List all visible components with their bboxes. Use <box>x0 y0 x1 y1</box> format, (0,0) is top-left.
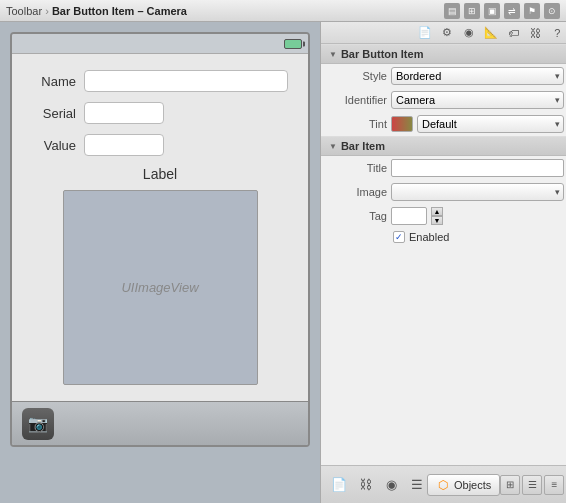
enabled-label: Enabled <box>409 231 449 243</box>
serial-input[interactable] <box>84 102 164 124</box>
style-select-wrap: Bordered <box>391 67 564 85</box>
main-area: Name Serial Value Label UIImageView <box>0 22 566 503</box>
view-toggle-list[interactable]: ☰ <box>522 475 542 495</box>
name-label: Name <box>32 74 76 89</box>
tag-stepper[interactable]: ▲ ▼ <box>431 207 443 225</box>
label-text: Label <box>32 166 288 182</box>
serial-row: Serial <box>32 102 288 124</box>
bar-item-section-header: ▼ Bar Item <box>321 136 566 156</box>
bar-item-title-row: Title <box>321 156 566 180</box>
toolbar-icons: ▤ ⊞ ▣ ⇌ ⚑ ⊙ <box>444 3 560 19</box>
simulator-panel: Name Serial Value Label UIImageView <box>0 22 320 503</box>
bar-item-tag-input[interactable]: 0 <box>391 207 427 225</box>
section-arrow-1: ▼ <box>329 50 337 59</box>
objects-button[interactable]: ⬡ Objects <box>427 474 500 496</box>
identifier-row: Identifier Camera <box>321 88 566 112</box>
insp-icon-question[interactable]: ? <box>548 25 566 41</box>
identifier-select-wrap: Camera <box>391 91 564 109</box>
name-row: Name <box>32 70 288 92</box>
bar-button-item-section-header: ▼ Bar Button Item <box>321 44 566 64</box>
bar-item-image-label: Image <box>329 186 387 198</box>
ios-device: Name Serial Value Label UIImageView <box>10 32 310 447</box>
bottom-icon-monitor[interactable]: ◉ <box>381 475 401 495</box>
toolbar-icon-5[interactable]: ⚑ <box>524 3 540 19</box>
bar-item-image-row: Image <box>321 180 566 204</box>
camera-icon: 📷 <box>28 414 48 433</box>
breadcrumb-bar-button-item[interactable]: Bar Button Item – Camera <box>52 5 187 17</box>
objects-label: Objects <box>454 479 491 491</box>
camera-button[interactable]: 📷 <box>22 408 54 440</box>
device-toolbar: 📷 <box>12 401 308 445</box>
tint-select[interactable]: Default <box>417 115 564 133</box>
style-row: Style Bordered <box>321 64 566 88</box>
identifier-select[interactable]: Camera <box>391 91 564 109</box>
view-toggle: ⊞ ☰ ≡ <box>500 475 564 495</box>
value-label: Value <box>32 138 76 153</box>
inspector-toolbar: 📄 ⚙ ◉ 📐 🏷 ⛓ ? <box>321 22 566 44</box>
bar-item-tag-row: Tag 0 ▲ ▼ <box>321 204 566 228</box>
bar-item-section-title: Bar Item <box>341 140 385 152</box>
view-toggle-grid[interactable]: ⊞ <box>500 475 520 495</box>
enabled-checkbox[interactable]: ✓ <box>393 231 405 243</box>
image-view-label: UIImageView <box>121 280 198 295</box>
inspector-panel: 📄 ⚙ ◉ 📐 🏷 ⛓ ? ▼ Bar Button Item Style Bo… <box>320 22 566 503</box>
tint-color-preview[interactable] <box>391 116 413 132</box>
stepper-up[interactable]: ▲ <box>431 207 443 216</box>
enabled-row: ✓ Enabled <box>321 228 566 246</box>
toolbar-icon-6[interactable]: ⊙ <box>544 3 560 19</box>
value-row: Value <box>32 134 288 156</box>
bar-item-title-input[interactable] <box>391 159 564 177</box>
value-input[interactable] <box>84 134 164 156</box>
tint-label: Tint <box>329 118 387 130</box>
toolbar-icon-2[interactable]: ⊞ <box>464 3 480 19</box>
bar-item-title-label: Title <box>329 162 387 174</box>
breadcrumb-toolbar[interactable]: Toolbar <box>6 5 42 17</box>
objects-btn-icon: ⬡ <box>436 478 450 492</box>
bar-item-tag-label: Tag <box>329 210 387 222</box>
bottom-icon-lines[interactable]: ☰ <box>407 475 427 495</box>
identifier-label: Identifier <box>329 94 387 106</box>
image-select[interactable] <box>391 183 564 201</box>
device-content: Name Serial Value Label UIImageView <box>12 54 308 401</box>
insp-icon-ruler[interactable]: 📐 <box>482 25 500 41</box>
style-select[interactable]: Bordered <box>391 67 564 85</box>
enabled-checkbox-item: ✓ Enabled <box>393 231 449 243</box>
bottom-icon-chain[interactable]: ⛓ <box>355 475 375 495</box>
section-arrow-2: ▼ <box>329 142 337 151</box>
insp-icon-color[interactable]: ◉ <box>460 25 478 41</box>
tint-select-wrap: Default <box>417 115 564 133</box>
bottom-icon-doc[interactable]: 📄 <box>329 475 349 495</box>
device-status-bar <box>12 34 308 54</box>
breadcrumb: Toolbar › Bar Button Item – Camera <box>6 5 187 17</box>
stepper-down[interactable]: ▼ <box>431 216 443 225</box>
view-toggle-lines[interactable]: ≡ <box>544 475 564 495</box>
toolbar-icon-3[interactable]: ▣ <box>484 3 500 19</box>
name-input[interactable] <box>84 70 288 92</box>
toolbar-icon-1[interactable]: ▤ <box>444 3 460 19</box>
bottom-left-icons: 📄 ⛓ ◉ ☰ <box>329 475 427 495</box>
inspector-bottom: 📄 ⛓ ◉ ☰ ⬡ Objects ⊞ ☰ ≡ <box>321 465 566 503</box>
style-label: Style <box>329 70 387 82</box>
toolbar-icon-4[interactable]: ⇌ <box>504 3 520 19</box>
insp-icon-chain[interactable]: ⛓ <box>526 25 544 41</box>
battery-icon <box>284 39 302 49</box>
toolbar-breadcrumb: Toolbar › Bar Button Item – Camera ▤ ⊞ ▣… <box>0 0 566 22</box>
image-view: UIImageView <box>63 190 258 385</box>
image-select-wrap <box>391 183 564 201</box>
breadcrumb-sep-1: › <box>45 5 52 17</box>
insp-icon-sliders[interactable]: ⚙ <box>438 25 456 41</box>
serial-label: Serial <box>32 106 76 121</box>
inspector-body: ▼ Bar Button Item Style Bordered Identif… <box>321 44 566 465</box>
tint-row: Tint Default <box>321 112 566 136</box>
insp-icon-doc[interactable]: 📄 <box>416 25 434 41</box>
bar-button-item-section-title: Bar Button Item <box>341 48 424 60</box>
insp-icon-tag[interactable]: 🏷 <box>504 25 522 41</box>
